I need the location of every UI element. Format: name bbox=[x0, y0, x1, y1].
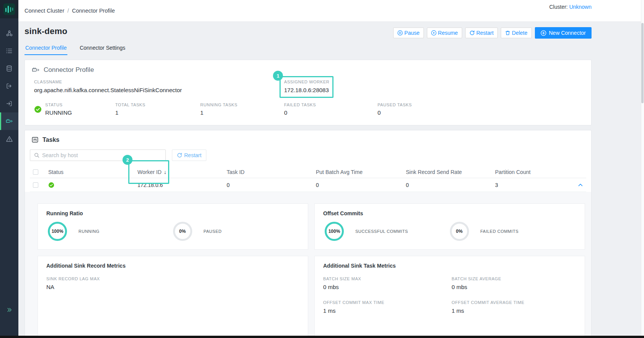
row-collapse-button[interactable] bbox=[569, 182, 586, 188]
page-header: sink-demo Pause Resume Restart Delete bbox=[25, 26, 592, 39]
tasks-table-header: Status Worker ID ↓ Task ID Put Batch Avg… bbox=[30, 166, 586, 178]
sidebar bbox=[0, 0, 18, 338]
connector-profile-card-title: Connector Profile bbox=[44, 66, 94, 74]
tab-connector-settings[interactable]: Connector Settings bbox=[79, 43, 126, 55]
content: sink-demo Pause Resume Restart Delete bbox=[18, 22, 641, 338]
successful-commits-metric: 100% SUCCESSFUL COMMITS bbox=[325, 222, 450, 241]
produce-icon bbox=[6, 83, 13, 89]
sink-record-lag-max-metric: SINK RECORD LAG MAX NA bbox=[38, 271, 308, 290]
row-sink-record-send-rate: 0 bbox=[403, 182, 492, 188]
classname-label: CLASSNAME bbox=[34, 80, 284, 84]
consume-icon bbox=[6, 100, 13, 107]
paused-label: PAUSED bbox=[204, 229, 222, 234]
successful-commits-label: SUCCESSFUL COMMITS bbox=[355, 229, 408, 234]
batch-size-average-metric: BATCH SIZE AVERAGE 0 mbs bbox=[448, 276, 577, 290]
breadcrumb-separator: / bbox=[67, 8, 69, 14]
pause-button[interactable]: Pause bbox=[393, 28, 424, 38]
sidebar-item-alerts[interactable] bbox=[0, 130, 18, 148]
running-label: RUNNING bbox=[78, 229, 100, 234]
offset-commits-panel: Offset Commits 100% SUCCESSFUL COMMITS 0… bbox=[314, 203, 585, 250]
reload-icon bbox=[177, 153, 182, 158]
connectors-icon bbox=[5, 117, 13, 125]
sidebar-item-produce[interactable] bbox=[0, 77, 18, 95]
connector-profile-card-header: Connector Profile bbox=[25, 60, 591, 76]
sink-task-metrics-title: Additional Sink Task Metrics bbox=[315, 256, 585, 271]
sidebar-item-consume[interactable] bbox=[0, 95, 18, 112]
classname-value: org.apache.nifi.kafka.connect.StatelessN… bbox=[34, 87, 284, 93]
select-all-checkbox[interactable] bbox=[33, 169, 38, 175]
alerts-icon bbox=[6, 135, 13, 143]
row-put-batch-avg-time: 0 bbox=[313, 182, 403, 188]
sort-desc-icon: ↓ bbox=[164, 169, 167, 175]
vertical-scrollbar[interactable] bbox=[641, 0, 644, 338]
annotation-badge-2: 2 bbox=[123, 155, 132, 165]
status-value: RUNNING bbox=[45, 109, 72, 116]
tasks-card: Tasks Restart Status Worker ID bbox=[25, 130, 592, 338]
successful-commits-ring: 100% bbox=[325, 222, 344, 241]
topics-icon bbox=[6, 47, 13, 54]
cluster-icon bbox=[6, 30, 13, 37]
offset-commit-max-time-metric: OFFSET COMMIT MAX TIME 1 ms bbox=[319, 300, 448, 314]
running-tasks-stat: RUNNING TASKS 1 bbox=[200, 102, 284, 116]
breadcrumb: Connect Cluster / Connector Profile bbox=[25, 8, 115, 14]
column-worker-id[interactable]: Worker ID ↓ bbox=[134, 169, 224, 175]
cluster-link[interactable]: Unknown bbox=[569, 4, 592, 10]
paused-percent-ring: 0% bbox=[173, 222, 192, 241]
assigned-worker-value: 172.18.0.6:28083 bbox=[284, 87, 329, 93]
table-row[interactable]: 172.18.0.6 0 0 0 3 bbox=[30, 178, 586, 192]
search-box bbox=[30, 150, 166, 161]
paused-tasks-stat: PAUSED TASKS 0 bbox=[378, 102, 412, 116]
row-checkbox[interactable] bbox=[33, 182, 38, 188]
play-circle-icon bbox=[431, 30, 436, 36]
connector-profile-card: Connector Profile CLASSNAME org.apache.n… bbox=[25, 60, 592, 125]
breadcrumb-connect-cluster[interactable]: Connect Cluster bbox=[25, 8, 64, 14]
resume-button[interactable]: Resume bbox=[427, 28, 462, 38]
row-partition-count: 3 bbox=[492, 182, 569, 188]
new-connector-button[interactable]: New Connector bbox=[535, 27, 592, 39]
paused-metric: 0% PAUSED bbox=[173, 222, 298, 241]
column-task-id: Task ID bbox=[224, 169, 313, 175]
page-title: sink-demo bbox=[25, 26, 67, 36]
tasks-card-title: Tasks bbox=[42, 136, 59, 143]
restart-button[interactable]: Restart bbox=[465, 28, 498, 38]
failed-commits-ring: 0% bbox=[450, 222, 469, 241]
failed-commits-metric: 0% FAILED COMMITS bbox=[450, 222, 575, 241]
annotation-badge-1: 1 bbox=[273, 71, 283, 81]
pause-circle-icon bbox=[397, 30, 403, 36]
batch-size-max-metric: BATCH SIZE MAX 0 mbs bbox=[319, 276, 448, 290]
offset-commit-average-time-metric: OFFSET COMMIT AVERAGE TIME 1 ms bbox=[448, 300, 577, 314]
delete-button[interactable]: Delete bbox=[501, 28, 531, 38]
sidebar-item-topics[interactable] bbox=[0, 42, 18, 60]
sink-record-metrics-title: Additional Sink Record Metrics bbox=[38, 256, 308, 271]
running-ratio-title: Running Ratio bbox=[38, 204, 308, 219]
failed-tasks-stat: FAILED TASKS 0 bbox=[284, 102, 378, 116]
search-input[interactable] bbox=[42, 152, 162, 158]
plus-circle-icon bbox=[541, 30, 546, 36]
row-status-check-icon bbox=[48, 182, 54, 188]
sidebar-item-connectors[interactable] bbox=[0, 112, 18, 130]
reload-icon bbox=[469, 30, 475, 36]
failed-commits-label: FAILED COMMITS bbox=[481, 229, 519, 234]
row-worker-id: 172.18.0.6 bbox=[134, 182, 224, 188]
sidebar-collapse-toggle[interactable] bbox=[0, 307, 18, 313]
running-percent-ring: 100% bbox=[48, 222, 67, 241]
breadcrumb-connector-profile[interactable]: Connector Profile bbox=[72, 8, 115, 14]
running-ratio-panel: Running Ratio 100% RUNNING 0% PAUSED bbox=[38, 203, 308, 250]
column-sink-record-send-rate: Sink Record Send Rate bbox=[403, 169, 492, 175]
scrollbar-thumb[interactable] bbox=[641, 23, 644, 103]
sidebar-item-cluster[interactable] bbox=[0, 24, 18, 42]
running-metric: 100% RUNNING bbox=[48, 222, 173, 241]
column-partition-count: Partition Count bbox=[492, 169, 569, 175]
status-label: STATUS bbox=[45, 102, 72, 107]
chevron-up-icon bbox=[578, 182, 583, 188]
database-icon bbox=[6, 65, 13, 72]
sink-task-metrics-panel: Additional Sink Task Metrics BATCH SIZE … bbox=[314, 256, 585, 338]
tab-connector-profile[interactable]: Connector Profile bbox=[25, 43, 67, 55]
main-area: Connect Cluster / Connector Profile Clus… bbox=[18, 0, 641, 338]
app-logo[interactable] bbox=[0, 0, 18, 18]
row-task-id: 0 bbox=[224, 182, 313, 188]
tasks-icon bbox=[31, 136, 39, 143]
restart-tasks-button[interactable]: Restart bbox=[172, 150, 206, 161]
search-icon bbox=[34, 153, 39, 158]
sidebar-item-database[interactable] bbox=[0, 60, 18, 77]
